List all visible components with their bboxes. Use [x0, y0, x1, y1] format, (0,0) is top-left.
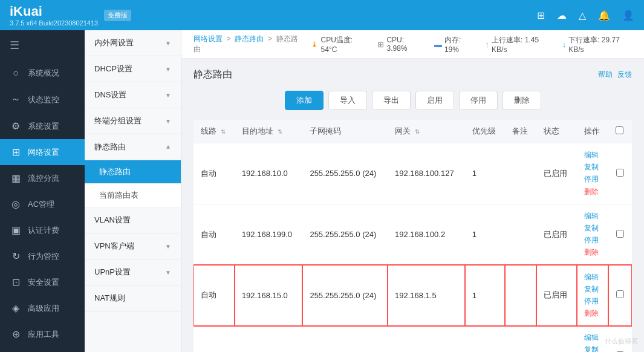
- cell-actions: 编辑复制停用删除: [577, 204, 609, 265]
- sec-item-vlan[interactable]: VLAN设置: [85, 207, 181, 233]
- help-link[interactable]: 帮助: [598, 70, 613, 80]
- col-header-status: 状态: [536, 120, 576, 143]
- sidebar-label-status-monitor: 状态监控: [28, 94, 59, 105]
- bell-icon[interactable]: 🔔: [598, 10, 610, 21]
- page-title: 静态路由: [194, 68, 232, 81]
- chevron-down-icon-2: ▼: [165, 92, 171, 99]
- breadcrumb-network-settings[interactable]: 网络设置: [194, 34, 223, 43]
- action-停用[interactable]: 停用: [584, 296, 602, 307]
- select-all-checkbox[interactable]: [616, 126, 623, 134]
- disable-button[interactable]: 停用: [459, 91, 498, 110]
- app-name: iKuai: [10, 4, 42, 19]
- col-header-gateway: 网关 ⇅: [388, 120, 465, 143]
- sidebar-item-network-settings[interactable]: ⊞ 网络设置: [0, 139, 85, 165]
- table-row: 自动192.168.10.0255.255.255.0 (24)192.168.…: [194, 143, 632, 204]
- sec-label-current-route-table: 当前路由表: [99, 191, 138, 200]
- cell-destination: 192.168.10.0: [235, 143, 303, 204]
- sort-icon-gateway[interactable]: ⇅: [415, 128, 420, 135]
- cell-remark: [505, 204, 537, 265]
- sidebar-item-auth-billing[interactable]: ▣ 认证计费: [0, 217, 85, 243]
- row-checkbox[interactable]: [616, 290, 624, 298]
- sec-item-static-route[interactable]: 静态路由 ▼: [85, 134, 181, 160]
- sidebar-item-status-monitor[interactable]: ～ 状态监控: [0, 86, 85, 113]
- feedback-link[interactable]: 反馈: [617, 70, 632, 80]
- sec-item-vpn-client[interactable]: VPN客户端 ▼: [85, 233, 181, 259]
- user-icon[interactable]: 👤: [622, 10, 634, 21]
- sec-item-dns[interactable]: DNS设置 ▼: [85, 82, 181, 108]
- breadcrumb-static-route-parent[interactable]: 静态路由: [235, 34, 264, 43]
- export-button[interactable]: 导出: [372, 91, 411, 110]
- import-button[interactable]: 导入: [328, 91, 367, 110]
- action-停用[interactable]: 停用: [584, 235, 602, 246]
- secondary-sidebar: 内外网设置 ▼ DHCP设置 ▼ DNS设置 ▼ 终端分组设置 ▼ 静态路由 ▼…: [85, 30, 181, 352]
- cell-subnet-mask: 255.255.255.0 (24): [302, 143, 388, 204]
- cpu-icon: ⊞: [377, 40, 384, 49]
- action-编辑[interactable]: 编辑: [584, 332, 602, 344]
- sidebar-item-advanced-app[interactable]: ◈ 高级应用: [0, 295, 85, 321]
- download-item: ↓ 下行速率: 29.77 KB/s: [562, 35, 632, 54]
- row-checkbox[interactable]: [616, 169, 624, 177]
- sec-item-static-route-list[interactable]: 静态路由: [85, 160, 181, 184]
- cloud-icon[interactable]: ☁: [557, 10, 567, 21]
- col-header-checkbox: [608, 120, 632, 143]
- chevron-down-icon-6: ▼: [165, 243, 171, 250]
- cell-line: 自动: [194, 143, 235, 204]
- sidebar-item-ac-management[interactable]: ◎ AC管理: [0, 191, 85, 217]
- sec-item-nat-rules[interactable]: NAT规则: [85, 285, 181, 311]
- cell-destination: 192.168.199.0: [235, 204, 303, 265]
- upload-icon[interactable]: △: [579, 10, 586, 21]
- sec-item-current-route-table[interactable]: 当前路由表: [85, 184, 181, 207]
- behavior-control-icon: ↻: [10, 250, 22, 262]
- action-编辑[interactable]: 编辑: [584, 149, 602, 161]
- chevron-up-icon-4: ▼: [165, 144, 171, 151]
- action-复制[interactable]: 复制: [584, 161, 602, 173]
- sec-item-dhcp[interactable]: DHCP设置 ▼: [85, 56, 181, 82]
- status-items: 🌡 CPU温度: 54°C ⊞ CPU: 3.98% ▬ 内存: 19% ↑ 上…: [311, 35, 632, 54]
- action-复制[interactable]: 复制: [584, 223, 602, 234]
- sidebar-item-security-settings[interactable]: ⊡ 安全设置: [0, 269, 85, 295]
- sidebar-item-system-settings[interactable]: ⚙ 系统设置: [0, 113, 85, 139]
- cell-remark: [505, 143, 537, 204]
- cell-actions: 编辑复制停用删除: [577, 265, 609, 326]
- sec-item-inner-outer-net[interactable]: 内外网设置 ▼: [85, 30, 181, 56]
- page-content: 静态路由 帮助 反馈 添加 导入 导出 启用 停用 删除: [181, 59, 644, 352]
- action-删除[interactable]: 删除: [584, 308, 602, 319]
- action-编辑[interactable]: 编辑: [584, 210, 602, 222]
- sec-item-terminal-group[interactable]: 终端分组设置 ▼: [85, 108, 181, 134]
- sidebar-item-behavior-control[interactable]: ↻ 行为管控: [0, 243, 85, 269]
- col-header-operations: 操作: [577, 120, 609, 143]
- action-停用[interactable]: 停用: [584, 174, 602, 185]
- main-layout: ☰ ○ 系统概况 ～ 状态监控 ⚙ 系统设置 ⊞ 网络设置 ▦ 流控分流 ◎ A…: [0, 30, 644, 352]
- add-button[interactable]: 添加: [285, 91, 324, 110]
- enable-button[interactable]: 启用: [415, 91, 454, 110]
- sort-icon-line[interactable]: ⇅: [221, 128, 226, 135]
- action-编辑[interactable]: 编辑: [584, 272, 602, 283]
- sidebar-toggle[interactable]: ☰: [0, 30, 85, 60]
- traffic-control-icon: ▦: [10, 172, 22, 184]
- cell-status: 已启用: [536, 143, 576, 204]
- action-删除[interactable]: 删除: [584, 247, 602, 258]
- cpu-temp-value: CPU温度: 54°C: [321, 35, 367, 54]
- action-复制[interactable]: 复制: [584, 284, 602, 295]
- toolbar: 添加 导入 导出 启用 停用 删除: [194, 91, 632, 110]
- table-row: 自动192.168.15.0255.255.255.0 (24)192.168.…: [194, 265, 632, 326]
- cell-priority: 1: [465, 204, 505, 265]
- sort-icon-destination[interactable]: ⇅: [278, 128, 282, 135]
- sidebar-item-app-tools[interactable]: ⊕ 应用工具: [0, 321, 85, 347]
- free-badge: 免费版: [104, 10, 131, 21]
- sidebar-label-network-settings: 网络设置: [28, 147, 59, 158]
- memory-icon: ▬: [434, 40, 442, 49]
- sec-label-static-route-list: 静态路由: [99, 167, 131, 176]
- download-value: 下行速率: 29.77 KB/s: [568, 35, 632, 54]
- sidebar-item-system-overview[interactable]: ○ 系统概况: [0, 60, 85, 86]
- sidebar-item-traffic-control[interactable]: ▦ 流控分流: [0, 165, 85, 191]
- row-checkbox[interactable]: [616, 230, 624, 238]
- delete-button[interactable]: 删除: [503, 91, 541, 110]
- sec-item-upnp[interactable]: UPnP设置 ▼: [85, 259, 181, 285]
- action-删除[interactable]: 删除: [584, 186, 602, 198]
- action-复制[interactable]: 复制: [584, 344, 602, 352]
- sidebar-label-advanced-app: 高级应用: [28, 303, 59, 314]
- grid-icon[interactable]: ⊞: [537, 10, 545, 21]
- cell-subnet-mask: 255.255.255.0 (24): [302, 204, 388, 265]
- logo-text: iKuai 3.7.5 x64 Build202308021413: [10, 4, 98, 27]
